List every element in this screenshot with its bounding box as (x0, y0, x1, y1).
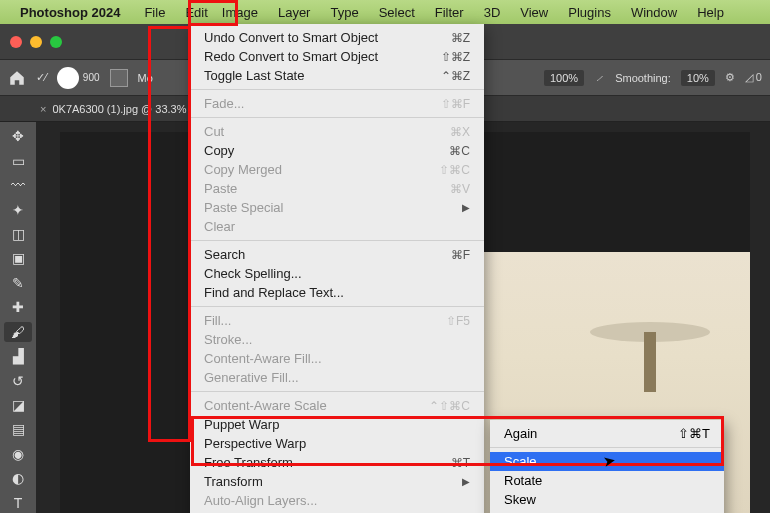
menu-type[interactable]: Type (320, 0, 368, 24)
menu-view[interactable]: View (510, 0, 558, 24)
menu-help[interactable]: Help (687, 0, 734, 24)
submenu-item-scale[interactable]: Scale (490, 452, 724, 471)
document-tab-title[interactable]: 0K7A6300 (1).jpg @ 33.3% (52, 103, 186, 115)
brush-tool-icon-selected[interactable]: 🖌 (4, 322, 32, 342)
frame-tool-icon[interactable]: ▣ (4, 248, 32, 268)
angle-icon[interactable]: ◿ 0 (745, 71, 762, 84)
menu-item-free-transform[interactable]: Free Transform⌘T (190, 453, 484, 472)
edit-menu-dropdown: Undo Convert to Smart Object⌘ZRedo Conve… (190, 24, 484, 513)
menu-file[interactable]: File (134, 0, 175, 24)
submenu-item-distort[interactable]: Distort (490, 509, 724, 513)
menu-item-undo-convert-to-smart-object[interactable]: Undo Convert to Smart Object⌘Z (190, 28, 484, 47)
minimize-window-icon[interactable] (30, 36, 42, 48)
eyedropper-tool-icon[interactable]: ✎ (4, 273, 32, 293)
menu-3d[interactable]: 3D (474, 0, 511, 24)
brush-preview-icon (57, 67, 79, 89)
menu-filter[interactable]: Filter (425, 0, 474, 24)
history-brush-tool-icon[interactable]: ↺ (4, 370, 32, 390)
menu-layer[interactable]: Layer (268, 0, 321, 24)
mode-label: Mo (138, 72, 153, 84)
dodge-tool-icon[interactable]: ◐ (4, 468, 32, 488)
lasso-tool-icon[interactable]: 〰 (4, 175, 32, 195)
brush-preset[interactable]: 900 (57, 67, 100, 89)
submenu-item-again: Again⇧⌘T (490, 424, 724, 443)
menu-select[interactable]: Select (369, 0, 425, 24)
smoothing-label: Smoothing: (615, 72, 671, 84)
gradient-tool-icon[interactable]: ▤ (4, 419, 32, 439)
menu-plugins[interactable]: Plugins (558, 0, 621, 24)
menu-item-stroke-: Stroke... (190, 330, 484, 349)
mac-menubar: Photoshop 2024 File Edit Image Layer Typ… (0, 0, 770, 24)
wand-tool-icon[interactable]: ✦ (4, 199, 32, 219)
zoom-field[interactable]: 100% (544, 70, 584, 86)
menu-item-toggle-last-state[interactable]: Toggle Last State⌃⌘Z (190, 66, 484, 85)
tools-panel: ✥ ▭ 〰 ✦ ◫ ▣ ✎ ✚ 🖌 ▟ ↺ ◪ ▤ ◉ ◐ T (0, 122, 36, 513)
menu-item-transform[interactable]: Transform▶ (190, 472, 484, 491)
menu-item-content-aware-scale: Content-Aware Scale⌃⇧⌘C (190, 396, 484, 415)
brush-tool-icon[interactable]: ✓⁄ (36, 71, 47, 84)
menu-item-puppet-warp[interactable]: Puppet Warp (190, 415, 484, 434)
menu-item-search[interactable]: Search⌘F (190, 245, 484, 264)
menu-item-paste: Paste⌘V (190, 179, 484, 198)
menu-item-copy-merged: Copy Merged⇧⌘C (190, 160, 484, 179)
menu-item-check-spelling-[interactable]: Check Spelling... (190, 264, 484, 283)
ceiling-fan-rod (644, 332, 656, 392)
menu-item-find-and-replace-text-[interactable]: Find and Replace Text... (190, 283, 484, 302)
submenu-item-skew[interactable]: Skew (490, 490, 724, 509)
app-name[interactable]: Photoshop 2024 (20, 5, 120, 20)
close-window-icon[interactable] (10, 36, 22, 48)
move-tool-icon[interactable]: ✥ (4, 126, 32, 146)
menu-item-clear: Clear (190, 217, 484, 236)
menu-item-content-aware-fill-: Content-Aware Fill... (190, 349, 484, 368)
menu-item-fill-: Fill...⇧F5 (190, 311, 484, 330)
menu-item-perspective-warp[interactable]: Perspective Warp (190, 434, 484, 453)
home-icon[interactable] (8, 69, 26, 87)
menu-item-copy[interactable]: Copy⌘C (190, 141, 484, 160)
type-tool-icon[interactable]: T (4, 493, 32, 513)
close-tab-icon[interactable]: × (40, 103, 46, 115)
smoothing-field[interactable]: 10% (681, 70, 715, 86)
pressure-opacity-icon[interactable]: ⟋ (594, 72, 605, 84)
menu-item-fade-: Fade...⇧⌘F (190, 94, 484, 113)
blur-tool-icon[interactable]: ◉ (4, 444, 32, 464)
healing-tool-icon[interactable]: ✚ (4, 297, 32, 317)
traffic-lights (10, 36, 62, 48)
submenu-item-rotate[interactable]: Rotate (490, 471, 724, 490)
eraser-tool-icon[interactable]: ◪ (4, 395, 32, 415)
maximize-window-icon[interactable] (50, 36, 62, 48)
tablet-pressure-icon[interactable] (110, 69, 128, 87)
menu-item-paste-special: Paste Special▶ (190, 198, 484, 217)
menu-item-auto-align-layers-: Auto-Align Layers... (190, 491, 484, 510)
brush-size-value: 900 (83, 72, 100, 83)
stamp-tool-icon[interactable]: ▟ (4, 346, 32, 366)
gear-icon[interactable]: ⚙ (725, 71, 735, 84)
menu-item-redo-convert-to-smart-object[interactable]: Redo Convert to Smart Object⇧⌘Z (190, 47, 484, 66)
transform-submenu: Again⇧⌘TScaleRotateSkewDistort (490, 420, 724, 513)
crop-tool-icon[interactable]: ◫ (4, 224, 32, 244)
menu-window[interactable]: Window (621, 0, 687, 24)
menu-image[interactable]: Image (212, 0, 268, 24)
menu-item-generative-fill-: Generative Fill... (190, 368, 484, 387)
menu-item-cut: Cut⌘X (190, 122, 484, 141)
marquee-tool-icon[interactable]: ▭ (4, 150, 32, 170)
